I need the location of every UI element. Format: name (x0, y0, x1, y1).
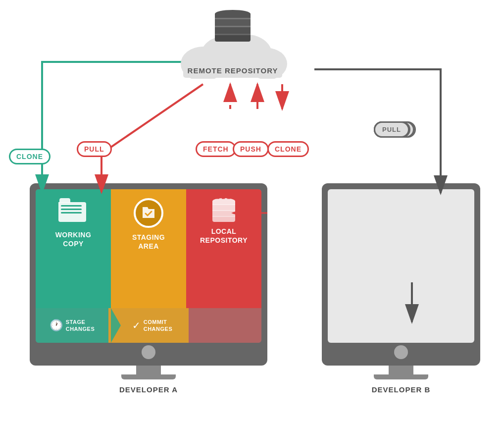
monitor-a-base (121, 374, 176, 379)
monitor-b-base (374, 374, 428, 379)
monitor-a-button (142, 345, 155, 359)
pull-b-label: PULL (374, 121, 409, 138)
remote-repository-label: REMOTE REPOSITORY (188, 66, 278, 75)
monitor-b-button (394, 345, 408, 359)
developer-a-computer: WORKINGCOPY STAGINGAREA (30, 183, 267, 394)
remote-db-icon (215, 10, 251, 42)
staging-area-icon (134, 198, 163, 228)
diagram: REMOTE REPOSITORY CLONE PULL FETCH PUSH … (0, 0, 504, 425)
stage-changes-icon: 🕐 (50, 319, 63, 332)
monitor-a-stand (136, 366, 161, 374)
monitor-b-stand (389, 366, 413, 374)
monitor-a: WORKINGCOPY STAGINGAREA (30, 183, 267, 366)
pull-label: PULL (77, 141, 112, 157)
remote-repository: REMOTE REPOSITORY (173, 10, 292, 79)
developer-a-label: DEVELOPER A (119, 385, 178, 394)
fetch-label: FETCH (196, 141, 236, 157)
working-copy-title: WORKINGCOPY (55, 230, 92, 248)
commit-changes-icon: ✓ (132, 319, 141, 331)
stage-changes-section: 🕐 STAGECHANGES (36, 308, 108, 343)
local-repo-bottom (189, 308, 261, 343)
stage-changes-label: STAGECHANGES (66, 319, 95, 333)
clone-right-label: CLONE (267, 141, 309, 157)
developer-b-computer: DEVELOPER B (322, 183, 480, 394)
local-repo-title: LOCALREPOSITORY (200, 227, 248, 245)
developer-b-label: DEVELOPER B (372, 385, 431, 394)
commit-changes-label: COMMITCHANGES (144, 319, 173, 333)
working-copy-folder-icon (58, 198, 88, 225)
staging-area-title: STAGINGAREA (132, 233, 165, 251)
screen-b (328, 189, 474, 343)
screen-a: WORKINGCOPY STAGINGAREA (36, 189, 261, 343)
clone-left-label: CLONE (9, 149, 50, 164)
monitor-b (322, 183, 480, 366)
local-repo-icon (212, 198, 235, 222)
push-label: PUSH (233, 141, 269, 157)
